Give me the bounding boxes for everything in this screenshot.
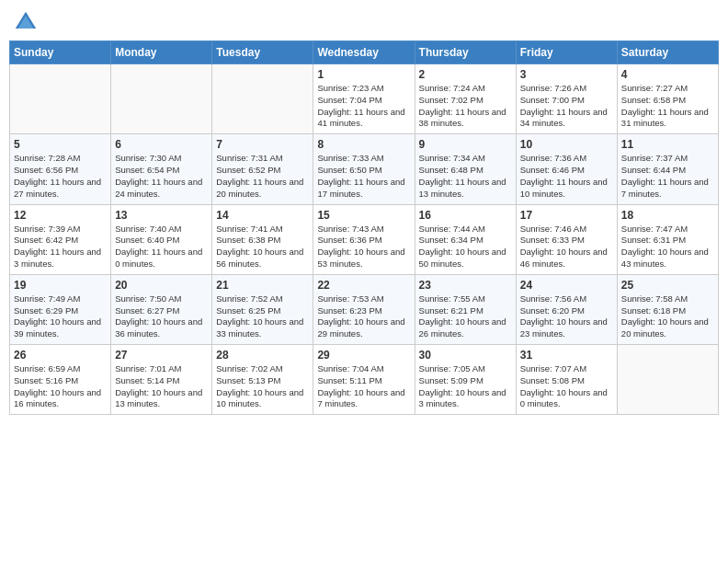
day-info: Sunrise: 7:36 AM Sunset: 6:46 PM Dayligh… xyxy=(520,153,613,200)
calendar-cell xyxy=(10,64,111,134)
day-info: Sunrise: 7:34 AM Sunset: 6:48 PM Dayligh… xyxy=(419,153,512,200)
day-number: 12 xyxy=(14,209,107,222)
day-info: Sunrise: 7:26 AM Sunset: 7:00 PM Dayligh… xyxy=(520,83,613,130)
day-number: 8 xyxy=(317,138,410,151)
day-info: Sunrise: 7:52 AM Sunset: 6:25 PM Dayligh… xyxy=(216,293,309,340)
calendar-cell: 8Sunrise: 7:33 AM Sunset: 6:50 PM Daylig… xyxy=(313,134,415,204)
calendar-cell: 1Sunrise: 7:23 AM Sunset: 7:04 PM Daylig… xyxy=(313,64,415,134)
calendar-cell: 20Sunrise: 7:50 AM Sunset: 6:27 PM Dayli… xyxy=(111,274,212,344)
day-info: Sunrise: 7:50 AM Sunset: 6:27 PM Dayligh… xyxy=(115,293,208,340)
day-number: 5 xyxy=(14,138,107,151)
day-number: 17 xyxy=(520,209,613,222)
calendar-cell: 7Sunrise: 7:31 AM Sunset: 6:52 PM Daylig… xyxy=(212,134,313,204)
day-number: 25 xyxy=(621,279,714,292)
day-number: 19 xyxy=(14,279,107,292)
logo xyxy=(13,9,42,35)
day-info: Sunrise: 7:23 AM Sunset: 7:04 PM Dayligh… xyxy=(317,83,410,130)
day-number: 20 xyxy=(115,279,208,292)
calendar-cell: 11Sunrise: 7:37 AM Sunset: 6:44 PM Dayli… xyxy=(617,134,718,204)
week-row-3: 12Sunrise: 7:39 AM Sunset: 6:42 PM Dayli… xyxy=(10,204,719,274)
day-number: 18 xyxy=(621,209,714,222)
day-info: Sunrise: 7:46 AM Sunset: 6:33 PM Dayligh… xyxy=(520,224,613,270)
day-number: 16 xyxy=(419,209,512,222)
calendar-cell: 2Sunrise: 7:24 AM Sunset: 7:02 PM Daylig… xyxy=(415,64,516,134)
calendar-cell: 25Sunrise: 7:58 AM Sunset: 6:18 PM Dayli… xyxy=(617,274,718,344)
week-row-4: 19Sunrise: 7:49 AM Sunset: 6:29 PM Dayli… xyxy=(10,274,719,344)
calendar-cell: 27Sunrise: 7:01 AM Sunset: 5:14 PM Dayli… xyxy=(111,345,212,415)
week-row-2: 5Sunrise: 7:28 AM Sunset: 6:56 PM Daylig… xyxy=(10,134,719,204)
calendar-cell: 12Sunrise: 7:39 AM Sunset: 6:42 PM Dayli… xyxy=(10,204,111,274)
day-number: 11 xyxy=(621,138,714,151)
calendar-cell: 16Sunrise: 7:44 AM Sunset: 6:34 PM Dayli… xyxy=(415,204,516,274)
calendar-cell: 14Sunrise: 7:41 AM Sunset: 6:38 PM Dayli… xyxy=(212,204,313,274)
day-number: 3 xyxy=(520,68,613,81)
calendar-table: SundayMondayTuesdayWednesdayThursdayFrid… xyxy=(9,40,719,415)
calendar-cell: 6Sunrise: 7:30 AM Sunset: 6:54 PM Daylig… xyxy=(111,134,212,204)
calendar-cell: 26Sunrise: 6:59 AM Sunset: 5:16 PM Dayli… xyxy=(10,345,111,415)
day-number: 14 xyxy=(216,209,309,222)
day-info: Sunrise: 7:40 AM Sunset: 6:40 PM Dayligh… xyxy=(115,224,208,270)
calendar-cell: 23Sunrise: 7:55 AM Sunset: 6:21 PM Dayli… xyxy=(415,274,516,344)
day-number: 4 xyxy=(621,68,714,81)
day-number: 22 xyxy=(317,279,410,292)
day-info: Sunrise: 7:55 AM Sunset: 6:21 PM Dayligh… xyxy=(419,293,512,340)
day-info: Sunrise: 7:33 AM Sunset: 6:50 PM Dayligh… xyxy=(317,153,410,200)
logo-icon xyxy=(13,9,39,35)
day-number: 31 xyxy=(520,349,613,362)
calendar-cell xyxy=(111,64,212,134)
calendar-cell: 31Sunrise: 7:07 AM Sunset: 5:08 PM Dayli… xyxy=(516,345,617,415)
calendar-cell: 21Sunrise: 7:52 AM Sunset: 6:25 PM Dayli… xyxy=(212,274,313,344)
day-info: Sunrise: 7:41 AM Sunset: 6:38 PM Dayligh… xyxy=(216,224,309,270)
day-info: Sunrise: 7:04 AM Sunset: 5:11 PM Dayligh… xyxy=(317,363,410,410)
day-info: Sunrise: 7:56 AM Sunset: 6:20 PM Dayligh… xyxy=(520,293,613,340)
calendar-cell xyxy=(617,345,718,415)
calendar-cell: 29Sunrise: 7:04 AM Sunset: 5:11 PM Dayli… xyxy=(313,345,415,415)
calendar-cell: 5Sunrise: 7:28 AM Sunset: 6:56 PM Daylig… xyxy=(10,134,111,204)
calendar-cell: 10Sunrise: 7:36 AM Sunset: 6:46 PM Dayli… xyxy=(516,134,617,204)
day-info: Sunrise: 7:58 AM Sunset: 6:18 PM Dayligh… xyxy=(621,293,714,340)
weekday-header-row: SundayMondayTuesdayWednesdayThursdayFrid… xyxy=(10,41,719,64)
day-number: 2 xyxy=(419,68,512,81)
page-header xyxy=(9,9,719,35)
day-number: 13 xyxy=(115,209,208,222)
calendar-cell: 15Sunrise: 7:43 AM Sunset: 6:36 PM Dayli… xyxy=(313,204,415,274)
day-number: 7 xyxy=(216,138,309,151)
weekday-header-saturday: Saturday xyxy=(617,41,718,64)
weekday-header-sunday: Sunday xyxy=(10,41,111,64)
day-number: 30 xyxy=(419,349,512,362)
calendar-cell: 9Sunrise: 7:34 AM Sunset: 6:48 PM Daylig… xyxy=(415,134,516,204)
day-info: Sunrise: 7:39 AM Sunset: 6:42 PM Dayligh… xyxy=(14,224,107,270)
day-number: 21 xyxy=(216,279,309,292)
calendar-cell: 22Sunrise: 7:53 AM Sunset: 6:23 PM Dayli… xyxy=(313,274,415,344)
day-info: Sunrise: 7:28 AM Sunset: 6:56 PM Dayligh… xyxy=(14,153,107,200)
day-number: 9 xyxy=(419,138,512,151)
day-info: Sunrise: 7:05 AM Sunset: 5:09 PM Dayligh… xyxy=(419,363,512,410)
weekday-header-friday: Friday xyxy=(516,41,617,64)
day-number: 28 xyxy=(216,349,309,362)
day-info: Sunrise: 7:07 AM Sunset: 5:08 PM Dayligh… xyxy=(520,363,613,410)
calendar-cell: 3Sunrise: 7:26 AM Sunset: 7:00 PM Daylig… xyxy=(516,64,617,134)
week-row-1: 1Sunrise: 7:23 AM Sunset: 7:04 PM Daylig… xyxy=(10,64,719,134)
calendar-cell: 13Sunrise: 7:40 AM Sunset: 6:40 PM Dayli… xyxy=(111,204,212,274)
day-number: 6 xyxy=(115,138,208,151)
day-info: Sunrise: 7:01 AM Sunset: 5:14 PM Dayligh… xyxy=(115,363,208,410)
day-info: Sunrise: 6:59 AM Sunset: 5:16 PM Dayligh… xyxy=(14,363,107,410)
day-number: 24 xyxy=(520,279,613,292)
weekday-header-thursday: Thursday xyxy=(415,41,516,64)
day-info: Sunrise: 7:44 AM Sunset: 6:34 PM Dayligh… xyxy=(419,224,512,270)
day-number: 10 xyxy=(520,138,613,151)
day-number: 26 xyxy=(14,349,107,362)
calendar-cell: 30Sunrise: 7:05 AM Sunset: 5:09 PM Dayli… xyxy=(415,345,516,415)
day-info: Sunrise: 7:24 AM Sunset: 7:02 PM Dayligh… xyxy=(419,83,512,130)
week-row-5: 26Sunrise: 6:59 AM Sunset: 5:16 PM Dayli… xyxy=(10,345,719,415)
day-info: Sunrise: 7:53 AM Sunset: 6:23 PM Dayligh… xyxy=(317,293,410,340)
day-info: Sunrise: 7:30 AM Sunset: 6:54 PM Dayligh… xyxy=(115,153,208,200)
day-info: Sunrise: 7:43 AM Sunset: 6:36 PM Dayligh… xyxy=(317,224,410,270)
calendar-cell: 19Sunrise: 7:49 AM Sunset: 6:29 PM Dayli… xyxy=(10,274,111,344)
day-info: Sunrise: 7:47 AM Sunset: 6:31 PM Dayligh… xyxy=(621,224,714,270)
day-number: 1 xyxy=(317,68,410,81)
weekday-header-tuesday: Tuesday xyxy=(212,41,313,64)
calendar-cell: 24Sunrise: 7:56 AM Sunset: 6:20 PM Dayli… xyxy=(516,274,617,344)
calendar-cell: 17Sunrise: 7:46 AM Sunset: 6:33 PM Dayli… xyxy=(516,204,617,274)
calendar-cell xyxy=(212,64,313,134)
